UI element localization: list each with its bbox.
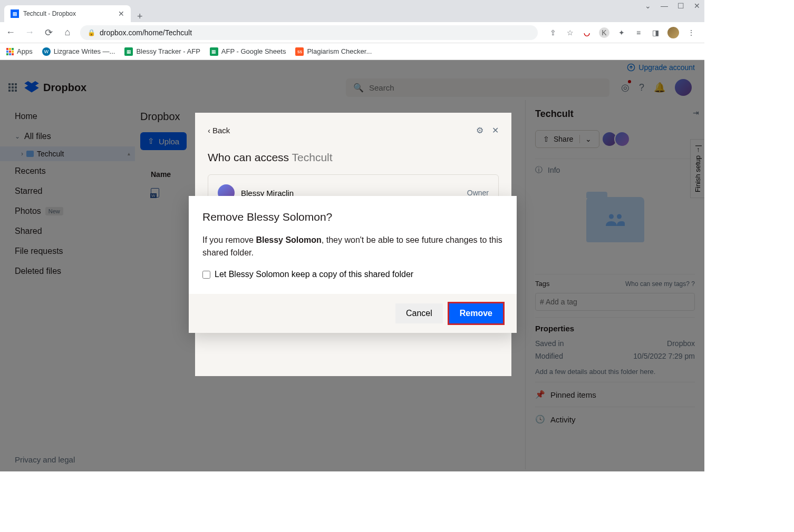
- maximize-icon[interactable]: ☐: [677, 2, 684, 10]
- share-page-icon[interactable]: ⇪: [548, 28, 558, 37]
- remove-member-dialog: Remove Blessy Solomon? If you remove Ble…: [189, 196, 517, 333]
- dialog-title: Remove Blessy Solomon?: [202, 211, 503, 223]
- lock-icon: 🔒: [88, 29, 95, 36]
- reading-list-icon[interactable]: ≡: [634, 28, 643, 37]
- remove-button[interactable]: Remove: [449, 303, 503, 323]
- bookmark-apps[interactable]: Apps: [6, 47, 33, 55]
- sst-icon: ss: [295, 47, 304, 56]
- minimize-icon[interactable]: —: [661, 2, 668, 10]
- bookmark-lizgrace[interactable]: WLizgrace Writes —...: [42, 47, 115, 56]
- dialog-text: If you remove Blessy Solomon, they won't…: [202, 234, 503, 259]
- gear-icon[interactable]: ⚙: [476, 125, 483, 135]
- sheets-icon: ▦: [210, 47, 218, 56]
- keep-copy-text: Let Blessy Solomon keep a copy of this s…: [215, 270, 413, 279]
- back-icon[interactable]: ←: [4, 27, 17, 38]
- cancel-button[interactable]: Cancel: [395, 303, 443, 323]
- bookmark-plagiarism[interactable]: ssPlagiarism Checker...: [295, 47, 372, 56]
- who-can-access-title: Who can access Techcult: [208, 151, 499, 164]
- chevron-left-icon: ‹: [208, 126, 210, 135]
- side-panel-icon[interactable]: ◨: [651, 28, 660, 37]
- extension-k-icon[interactable]: K: [599, 27, 609, 38]
- browser-tab[interactable]: ⊞ Techcult - Dropbox ✕: [4, 5, 131, 22]
- chevron-down-icon[interactable]: ⌄: [645, 2, 651, 10]
- bookmark-afp-sheets[interactable]: ▦AFP - Google Sheets: [210, 47, 286, 56]
- dropbox-favicon: ⊞: [11, 9, 19, 18]
- tab-title: Techcult - Dropbox: [23, 10, 76, 17]
- window-controls: ⌄ — ☐ ✕: [641, 3, 704, 8]
- sheets-icon: ▦: [124, 47, 133, 56]
- wordpress-icon: W: [42, 47, 51, 56]
- extensions-icon[interactable]: ✦: [617, 28, 626, 37]
- forward-icon[interactable]: →: [23, 27, 36, 38]
- mcafee-icon[interactable]: ◡: [582, 28, 592, 37]
- new-tab-button[interactable]: +: [131, 11, 149, 22]
- close-tab-icon[interactable]: ✕: [118, 9, 124, 18]
- home-icon[interactable]: ⌂: [61, 27, 74, 38]
- bookmark-blessy-tracker[interactable]: ▦Blessy Tracker - AFP: [124, 47, 200, 56]
- chrome-profile-avatar[interactable]: [667, 27, 679, 38]
- url-text: dropbox.com/home/Techcult: [100, 28, 192, 37]
- keep-copy-checkbox-label[interactable]: Let Blessy Solomon keep a copy of this s…: [202, 270, 503, 279]
- apps-icon: [6, 48, 14, 55]
- keep-copy-checkbox[interactable]: [202, 271, 210, 279]
- chrome-menu-icon[interactable]: ⋮: [686, 28, 696, 37]
- address-bar[interactable]: 🔒 dropbox.com/home/Techcult: [80, 25, 538, 40]
- close-window-icon[interactable]: ✕: [694, 2, 700, 10]
- close-icon[interactable]: ✕: [492, 125, 499, 135]
- bookmark-star-icon[interactable]: ☆: [565, 28, 575, 37]
- back-button[interactable]: ‹Back: [208, 126, 230, 135]
- reload-icon[interactable]: ⟳: [42, 27, 55, 38]
